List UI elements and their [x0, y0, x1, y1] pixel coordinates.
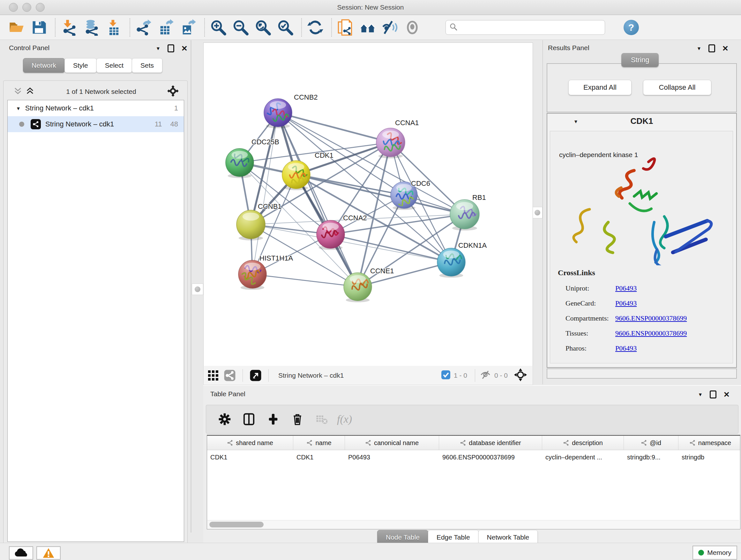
- panel-float-icon[interactable]: ▼: [698, 392, 703, 397]
- tab-sets[interactable]: Sets: [132, 58, 162, 73]
- crosslink-link[interactable]: 9606.ENSP00000378699: [615, 314, 687, 322]
- zoom-out-icon[interactable]: [232, 19, 249, 36]
- tab-network[interactable]: Network: [23, 58, 65, 73]
- crosslink-link[interactable]: P06493: [615, 299, 636, 307]
- gear-icon[interactable]: [167, 85, 179, 98]
- warning-button[interactable]: [37, 546, 61, 560]
- table-cell: 9606.ENSP00000378699: [439, 450, 542, 464]
- column-header--id[interactable]: @id: [624, 436, 678, 450]
- network-edge[interactable]: [331, 234, 451, 262]
- collapse-arrow-icon[interactable]: ▼: [16, 106, 21, 111]
- show-columns-icon[interactable]: [240, 410, 258, 428]
- crosslink-link[interactable]: P06493: [615, 344, 636, 353]
- expand-all-networks-icon[interactable]: [25, 86, 35, 97]
- horizontal-scrollbar[interactable]: [207, 520, 739, 529]
- network-status-dot: [19, 122, 24, 127]
- table-row[interactable]: CDK1CDK1P064939606.ENSP00000378699cyclin…: [207, 450, 740, 464]
- network-node-CDC25B[interactable]: [226, 148, 254, 178]
- zoom-selected-icon[interactable]: [277, 19, 293, 36]
- cloud-button[interactable]: [9, 546, 33, 560]
- network-node-RB1[interactable]: [450, 199, 479, 231]
- open-in-new-window-icon[interactable]: [249, 367, 263, 384]
- left-splitter-handle[interactable]: [192, 284, 203, 295]
- panel-close-icon[interactable]: ✕: [181, 45, 188, 51]
- network-node-CCNA2[interactable]: [317, 220, 345, 250]
- save-icon[interactable]: [30, 19, 47, 36]
- help-icon[interactable]: ?: [623, 20, 639, 35]
- panel-undock-icon[interactable]: [710, 390, 717, 398]
- eye-icon[interactable]: [404, 19, 421, 36]
- add-column-icon[interactable]: [264, 410, 282, 428]
- gear-icon[interactable]: [216, 410, 233, 428]
- network-canvas[interactable]: CCNB2CCNA1CDC25BCDK1CDC6RB1CCNB1CCNA2CDK…: [203, 43, 533, 366]
- network-edge[interactable]: [278, 113, 465, 214]
- search-input[interactable]: [458, 23, 596, 31]
- open-file-icon[interactable]: [8, 19, 25, 36]
- export-table-icon[interactable]: [158, 19, 174, 36]
- collapse-all-button[interactable]: Collapse All: [643, 80, 711, 95]
- column-header-name[interactable]: name: [293, 436, 345, 450]
- column-header-canonical-name[interactable]: canonical name: [345, 436, 439, 450]
- network-view-toolbar: String Network – cdk1 1 - 0 0 - 0: [203, 366, 533, 385]
- network-row[interactable]: String Network – cdk1 11 48: [8, 116, 184, 132]
- import-network-database-icon[interactable]: [83, 19, 99, 36]
- toolbar-separator: [204, 18, 205, 37]
- crosslink-row: Uniprot:P06493: [565, 281, 728, 296]
- zoom-in-icon[interactable]: [210, 19, 226, 36]
- collapse-all-networks-icon[interactable]: [13, 86, 23, 97]
- table-cell: cyclin–dependent ...: [542, 450, 624, 464]
- network-node-HIST1H1A[interactable]: [239, 260, 266, 290]
- grid-view-icon[interactable]: [207, 367, 219, 384]
- search-field[interactable]: [446, 20, 605, 35]
- scrollbar-thumb[interactable]: [209, 522, 264, 527]
- network-node-CCNB1[interactable]: [237, 210, 265, 240]
- export-image-icon[interactable]: [180, 19, 197, 36]
- export-network-icon[interactable]: [135, 19, 152, 36]
- panel-undock-icon[interactable]: [167, 44, 174, 52]
- zoom-fit-icon[interactable]: [255, 19, 271, 36]
- network-collection-row[interactable]: ▼ String Network – cdk1 1: [8, 100, 184, 116]
- houses-icon[interactable]: [359, 19, 376, 36]
- panel-undock-icon[interactable]: [709, 44, 715, 52]
- memory-button[interactable]: Memory: [692, 546, 737, 560]
- network-edge[interactable]: [253, 274, 358, 287]
- tab-string[interactable]: String: [621, 53, 659, 67]
- tab-style[interactable]: Style: [64, 58, 97, 73]
- hidden-eye-slash-icon[interactable]: [480, 369, 491, 382]
- network-node-CCNB2[interactable]: [264, 99, 292, 128]
- panel-close-icon[interactable]: ✕: [722, 45, 729, 51]
- glasses-slash-icon[interactable]: [382, 19, 398, 36]
- edge-count: 48: [171, 120, 178, 128]
- table-cell: CDK1: [207, 450, 293, 464]
- network-graph[interactable]: CCNB2CCNA1CDC25BCDK1CDC6RB1CCNB1CCNA2CDK…: [204, 43, 533, 366]
- import-table-icon[interactable]: [105, 19, 122, 36]
- network-node-CCNE1[interactable]: [344, 273, 372, 302]
- expand-all-button[interactable]: Expand All: [568, 80, 631, 95]
- column-header-shared-name[interactable]: shared name: [207, 436, 293, 450]
- birdseye-crosshair-icon[interactable]: [514, 368, 528, 383]
- toolbar-separator: [55, 18, 56, 37]
- network-node-CDKN1A[interactable]: [437, 248, 465, 278]
- crosslinks-list: Uniprot:P06493GeneCard:P06493Compartment…: [565, 281, 728, 356]
- crosslink-link[interactable]: P06493: [615, 284, 636, 293]
- column-header-description[interactable]: description: [542, 436, 624, 450]
- clone-network-icon[interactable]: [337, 19, 354, 36]
- node-label: CCNA1: [395, 119, 419, 127]
- column-header-namespace[interactable]: namespace: [678, 436, 740, 450]
- refresh-layout-icon[interactable]: [307, 19, 324, 36]
- right-splitter-handle[interactable]: [532, 207, 542, 219]
- tab-select[interactable]: Select: [96, 58, 132, 73]
- network-edge[interactable]: [253, 113, 278, 274]
- panel-float-icon[interactable]: ▼: [697, 46, 701, 51]
- crosslink-link[interactable]: 9606.ENSP00000378699: [615, 329, 687, 337]
- network-node-CCNA1[interactable]: [376, 128, 405, 159]
- column-header-database-identifier[interactable]: database identifier: [439, 436, 542, 450]
- delete-column-icon[interactable]: [288, 410, 307, 428]
- node-label: CCNB1: [258, 202, 282, 210]
- panel-float-icon[interactable]: ▼: [156, 46, 160, 51]
- network-share-icon[interactable]: [223, 367, 237, 384]
- selected-checkbox-icon[interactable]: [441, 370, 451, 381]
- protein-structure-image: [560, 150, 726, 265]
- panel-close-icon[interactable]: ✕: [724, 391, 730, 397]
- import-network-file-icon[interactable]: [61, 19, 77, 36]
